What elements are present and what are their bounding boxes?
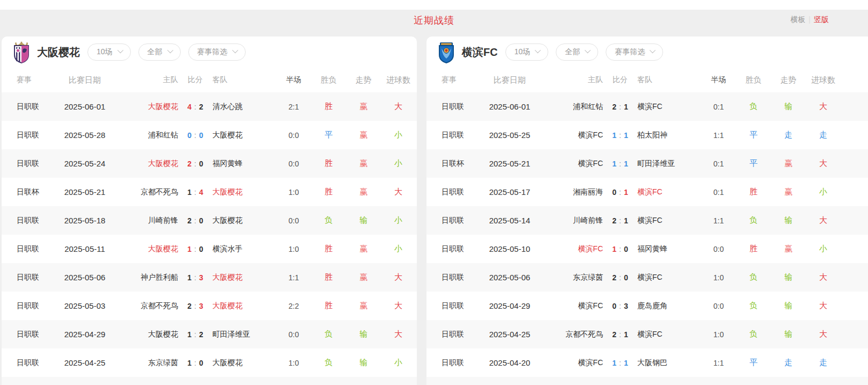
match-row[interactable]: 日职联 2025-04-20 横滨FC 1:1 大阪钢巴 1:1 平 走 走: [426, 348, 868, 377]
match-row[interactable]: 日职联 2025-05-18 川崎前锋 2:0 大阪樱花 0:0 负 输 小: [2, 206, 417, 235]
home-score: 0: [612, 188, 616, 197]
goals-badge: 大: [381, 301, 416, 311]
halftime-cell: 1:0: [276, 188, 311, 197]
score-colon: :: [194, 330, 196, 339]
home-score: 1: [612, 159, 616, 168]
match-row[interactable]: 日职联 2025-05-17 湘南丽海 0:1 横滨FC 0:1 胜 赢 小: [426, 178, 868, 206]
score-colon: :: [194, 359, 196, 367]
date-cell: 2025-05-06: [480, 273, 539, 282]
trend-badge: 输: [346, 215, 381, 226]
toggle-horizontal-layout[interactable]: 横板: [790, 15, 805, 24]
scope-filter-dropdown[interactable]: 全部: [138, 43, 181, 61]
score-colon: :: [194, 188, 196, 197]
goals-badge: 小: [381, 130, 416, 140]
score-colon: :: [619, 159, 621, 168]
match-row[interactable]: 日职联 2025-04-25 东京绿茵 1:0 大阪樱花 1:0 负 输 小: [2, 348, 417, 377]
match-row[interactable]: 日职联 2025-05-14 川崎前锋 2:1 横滨FC 1:1 负 输 大: [426, 206, 868, 235]
match-row[interactable]: 日联杯 2025-05-21 横滨FC 1:1 町田泽维亚 0:1 平 赢 大: [426, 149, 868, 178]
goals-badge: 大: [381, 272, 416, 282]
toggle-divider: |: [808, 15, 811, 24]
home-score: 4: [187, 103, 192, 111]
score-cell: 2:1: [603, 330, 637, 339]
home-team-name: 横滨FC: [539, 301, 603, 311]
competition-cell: 日职联: [2, 273, 55, 282]
score-colon: :: [194, 216, 196, 225]
col-goals: 进球数: [806, 75, 841, 85]
competition-filter-dropdown[interactable]: 赛事筛选: [606, 43, 663, 61]
competition-cell: 日职联: [426, 301, 480, 311]
away-score: 0: [199, 159, 203, 168]
halftime-cell: 0:1: [701, 188, 736, 197]
result-badge: 胜: [311, 158, 346, 169]
date-cell: 2025-05-17: [480, 187, 539, 197]
match-row[interactable]: 日职联 2025-04-29 横滨FC 0:3 鹿岛鹿角 0:0 负 输 大: [426, 292, 868, 320]
away-score: 3: [199, 302, 203, 310]
score-cell: 4:2: [178, 103, 212, 111]
match-row[interactable]: 日职联 2025-05-10 横滨FC 1:0 福冈黄蜂 0:0 胜 赢 小: [426, 235, 868, 263]
toggle-vertical-layout[interactable]: 竖版: [814, 15, 829, 24]
match-row[interactable]: 日职联 2025-05-28 浦和红钻 0:0 大阪樱花 0:0 平 赢 小: [2, 121, 417, 149]
away-team-name: 横滨FC: [637, 102, 701, 112]
match-row[interactable]: 日职联 2025-06-01 大阪樱花 4:2 清水心跳 2:1 胜 赢 大: [2, 92, 417, 121]
date-cell: 2025-04-25: [480, 330, 539, 339]
match-cell: 大阪樱花 4:2 清水心跳: [114, 102, 276, 112]
date-cell: 2025-05-06: [55, 273, 114, 282]
result-badge: 负: [311, 215, 346, 226]
trend-badge: 输: [771, 329, 806, 339]
competition-cell: 日职联: [2, 159, 55, 169]
away-team-name: 町田泽维亚: [637, 159, 701, 169]
home-team-name: 大阪樱花: [114, 159, 178, 169]
result-badge: 胜: [311, 187, 346, 197]
match-cell: 大阪樱花 2:0 福冈黄蜂: [114, 159, 276, 169]
date-cell: 2025-05-14: [480, 216, 539, 225]
away-team-name: 柏太阳神: [637, 130, 701, 140]
result-badge: 胜: [311, 101, 346, 112]
trend-badge: 走: [771, 130, 806, 140]
away-score: 1: [624, 188, 628, 197]
col-score: 比分: [178, 75, 212, 85]
away-team-name: 町田泽维亚: [212, 330, 276, 339]
scope-filter-dropdown[interactable]: 全部: [556, 43, 598, 61]
match-row[interactable]: 日联杯 2025-05-21 京都不死鸟 1:4 大阪樱花 1:0 胜 赢 大: [2, 178, 417, 206]
home-score: 2: [612, 216, 616, 225]
goals-badge: 大: [806, 158, 841, 169]
goals-badge: 大: [806, 329, 841, 339]
match-count-filter-dropdown[interactable]: 10场: [505, 43, 549, 61]
goals-badge: 小: [381, 244, 416, 254]
match-row[interactable]: 日职联 2025-05-11 大阪樱花 1:0 横滨水手 1:0 胜 赢 小: [2, 235, 417, 263]
trend-badge: 赢: [346, 244, 381, 254]
match-row[interactable]: 日职联 2025-05-06 神户胜利船 1:3 大阪樱花 1:1 胜 赢 大: [2, 263, 417, 292]
halftime-cell: 1:1: [276, 273, 311, 282]
match-row[interactable]: 日职联 2025-05-06 东京绿茵 2:0 横滨FC 1:0 负 输 大: [426, 263, 868, 292]
chevron-down-icon: [650, 47, 656, 53]
match-count-filter-label: 10场: [514, 47, 531, 57]
score-cell: 0:0: [178, 131, 212, 140]
match-row[interactable]: 日职联 2025-06-01 浦和红钻 2:1 横滨FC 0:1 负 输 大: [426, 92, 868, 121]
match-cell: 浦和红钻 2:1 横滨FC: [539, 102, 701, 112]
yokohama-fc-crest-icon: [436, 41, 457, 63]
col-score: 比分: [603, 75, 637, 85]
match-count-filter-dropdown[interactable]: 10场: [87, 43, 131, 61]
match-row[interactable]: 日职联 2025-05-25 横滨FC 1:1 柏太阳神 1:1 平 走 走: [426, 121, 868, 149]
home-score: 1: [612, 245, 616, 253]
chevron-down-icon: [232, 47, 238, 53]
away-score: 1: [624, 330, 628, 339]
match-row[interactable]: 日职联 2025-04-29 大阪樱花 1:2 町田泽维亚 0:0 负 输 大: [2, 320, 417, 348]
halftime-cell: 1:0: [701, 330, 736, 339]
col-home-team: 主队: [539, 75, 603, 85]
score-colon: :: [194, 273, 196, 282]
competition-cell: 日职联: [426, 244, 480, 254]
match-cell: 京都不死鸟 2:3 大阪樱花: [114, 301, 276, 311]
competition-filter-label: 赛事筛选: [615, 47, 645, 57]
away-team-name: 横滨FC: [637, 330, 701, 339]
competition-filter-dropdown[interactable]: 赛事筛选: [188, 43, 246, 61]
match-row[interactable]: 日职联 2025-04-25 京都不死鸟 2:1 横滨FC 1:0 负 输 大: [426, 320, 868, 348]
date-cell: 2025-04-20: [480, 358, 539, 367]
match-cell: 横滨FC 1:0 福冈黄蜂: [539, 244, 701, 254]
match-row[interactable]: 日职联 2025-05-24 大阪樱花 2:0 福冈黄蜂 0:0 胜 赢 小: [2, 149, 417, 178]
home-score: 2: [612, 273, 616, 282]
match-row[interactable]: 日职联 2025-05-03 京都不死鸟 2:3 大阪樱花 2:2 胜 赢 大: [2, 292, 417, 320]
competition-cell: 日职联: [426, 187, 480, 197]
halftime-cell: 1:0: [276, 359, 311, 367]
competition-cell: 日职联: [2, 216, 55, 226]
